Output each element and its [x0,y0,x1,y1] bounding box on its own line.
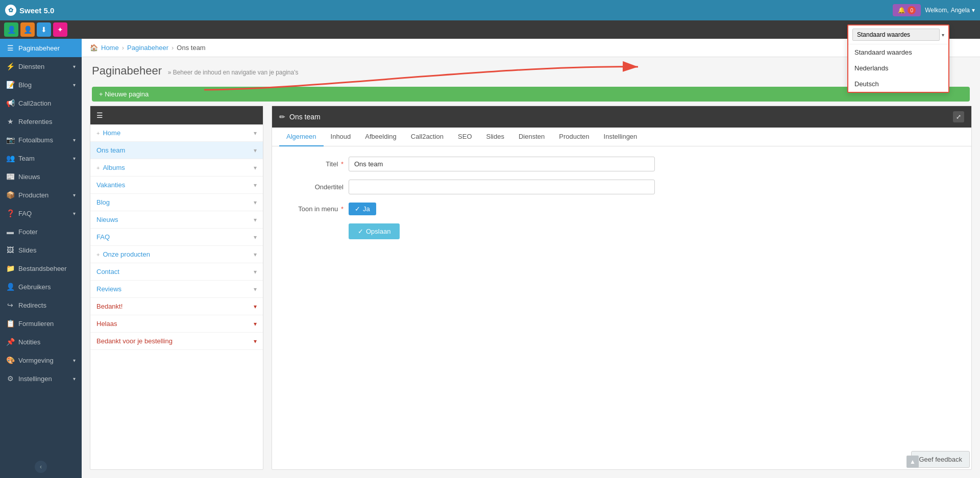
home-icon: 🏠 [90,44,98,52]
lang-option-de-item[interactable]: Deutsch [848,76,948,92]
page-header: Paginabeheer » Beheer de inhoud en navig… [82,57,980,83]
tab-seo[interactable]: SEO [451,128,479,146]
blog-arrow-icon: ▾ [73,82,76,88]
share-icon-btn[interactable]: ✦ [53,22,67,37]
titel-input[interactable] [349,157,655,171]
tab-algemeen[interactable]: Algemeen [279,128,324,146]
tree-item-home[interactable]: + Home ▾ [90,124,263,142]
team-icon: 👥 [6,154,14,162]
user-dropdown-icon: ▾ [972,7,975,14]
tree-item-faq[interactable]: FAQ ▾ [90,229,263,246]
sidebar-label-call2action: Call2action [18,99,76,107]
topbar-left: ✿ Sweet 5.0 [5,5,54,16]
lang-de-label: Deutsch [854,80,879,88]
sidebar-item-call2action[interactable]: 📢 Call2action [0,94,82,112]
toon-in-menu-label: Toon in menu * [282,205,344,213]
sidebar-item-nieuws[interactable]: 📰 Nieuws [0,167,82,186]
sidebar-item-footer[interactable]: ▬ Footer [0,222,82,241]
hamburger-icon: ☰ [96,111,103,119]
producten-icon: 📦 [6,191,14,199]
sidebar-item-diensten[interactable]: ⚡ Diensten ▾ [0,57,82,76]
lang-select-row: Standaard waardes Nederlands Deutsch ▾ [848,26,948,44]
sidebar: ☰ Paginabeheer ⚡ Diensten ▾ 📝 Blog ▾ 📢 C… [0,39,82,478]
tab-producten[interactable]: Producten [552,128,596,146]
tree-item-bedankt[interactable]: Bedankt! ▾ [90,298,263,315]
sidebar-item-gebruikers[interactable]: 👤 Gebruikers [0,278,82,296]
vormgeving-icon: 🎨 [6,356,14,364]
albums-tree-label: Albums [103,164,125,171]
sidebar-item-bestandsbeheer[interactable]: 📁 Bestandsbeheer [0,259,82,278]
opslaan-button[interactable]: ✓ Opslaan [349,223,400,239]
breadcrumb-paginabeheer[interactable]: Paginabeheer [127,44,168,52]
sidebar-item-producten[interactable]: 📦 Producten ▾ [0,186,82,204]
tab-slides[interactable]: Slides [479,128,511,146]
sidebar-item-fotoalbums[interactable]: 📷 Fotoalbums ▾ [0,131,82,149]
tree-item-bedankt-bestelling[interactable]: Bedankt voor je bestelling ▾ [90,333,263,350]
panel-expand-button[interactable]: ⤢ [953,111,964,122]
blog-tree-arrow: ▾ [254,199,257,206]
tree-item-contact[interactable]: Contact ▾ [90,263,263,281]
scroll-top-button[interactable]: ▲ [906,456,919,468]
ondertitel-input[interactable] [349,180,655,194]
form-panel: ✏ Ons team ⤢ Algemeen Inhoud [272,106,972,470]
tab-call2action[interactable]: Call2action [404,128,451,146]
sidebar-item-faq[interactable]: ❓ FAQ ▾ [0,204,82,222]
helaas-tree-label: Helaas [96,320,117,328]
tab-instellingen[interactable]: Instellingen [597,128,645,146]
tab-afbeelding[interactable]: Afbeelding [358,128,403,146]
reviews-tree-arrow: ▾ [254,286,257,293]
sidebar-item-team[interactable]: 👥 Team ▾ [0,149,82,167]
tab-diensten-label: Diensten [519,133,545,140]
sidebar-item-formulieren[interactable]: 📋 Formulieren [0,314,82,333]
feedback-button[interactable]: Geef feedback [911,451,970,468]
notification-button[interactable]: 🔔 0 [893,4,921,16]
ondertitel-row: Ondertitel [282,180,961,194]
contact-tree-label: Contact [96,268,119,275]
onze-producten-tree-arrow: ▾ [254,251,257,258]
save-check-icon: ✓ [358,228,363,235]
new-page-button[interactable]: + Nieuwe pagina [92,87,970,102]
breadcrumb-home[interactable]: Home [101,44,119,52]
redirects-icon: ↪ [6,301,14,309]
sidebar-label-vormgeving: Vormgeving [18,357,69,364]
person-icon-btn[interactable]: 👤 [4,22,18,37]
sidebar-item-instellingen[interactable]: ⚙ Instellingen ▾ [0,369,82,388]
tree-item-albums[interactable]: + Albums ▾ [90,159,263,177]
sidebar-item-blog[interactable]: 📝 Blog ▾ [0,76,82,94]
producten-arrow-icon: ▾ [73,192,76,198]
diensten-icon: ⚡ [6,62,14,70]
sidebar-item-slides[interactable]: 🖼 Slides [0,241,82,259]
sidebar-label-formulieren: Formulieren [18,320,76,328]
download-icon-btn[interactable]: ⬇ [37,22,51,37]
titel-required-mark: * [341,160,344,168]
tree-item-helaas[interactable]: Helaas ▾ [90,315,263,333]
sidebar-item-paginabeheer[interactable]: ☰ Paginabeheer [0,39,82,57]
tree-item-home-label: Home [103,129,120,137]
user-menu-button[interactable]: Welkom, Angela ▾ [925,7,975,14]
sidebar-item-notities[interactable]: 📌 Notities [0,333,82,351]
person2-icon-btn[interactable]: 👤 [20,22,35,37]
app-logo: ✿ Sweet 5.0 [5,5,54,16]
bedankt-bestelling-tree-label: Bedankt voor je bestelling [96,337,173,345]
sidebar-label-bestandsbeheer: Bestandsbeheer [18,265,76,272]
sidebar-item-redirects[interactable]: ↪ Redirects [0,296,82,314]
checkbox-check-icon: ✓ [355,205,360,213]
lang-option-nl-item[interactable]: Nederlands [848,60,948,76]
sidebar-item-vormgeving[interactable]: 🎨 Vormgeving ▾ [0,351,82,369]
sidebar-collapse-button[interactable]: ‹ [35,461,47,473]
bedankt-tree-arrow: ▾ [254,303,257,310]
diensten-arrow-icon: ▾ [73,64,76,69]
tree-item-onze-producten[interactable]: + Onze producten ▾ [90,246,263,263]
tree-item-ons-team[interactable]: Ons team ▾ [90,142,263,159]
language-select[interactable]: Standaard waardes Nederlands Deutsch [852,29,940,41]
tab-diensten[interactable]: Diensten [511,128,552,146]
tree-item-reviews[interactable]: Reviews ▾ [90,281,263,298]
tree-item-nieuws[interactable]: Nieuws ▾ [90,211,263,229]
sidebar-item-referenties[interactable]: ★ Referenties [0,112,82,131]
bell-icon: 🔔 [898,7,905,14]
tree-item-blog[interactable]: Blog ▾ [90,194,263,211]
tree-item-vakanties[interactable]: Vakanties ▾ [90,177,263,194]
lang-option-standaard-item[interactable]: Standaard waardes [848,44,948,60]
toon-in-menu-button[interactable]: ✓ Ja [349,203,376,215]
tab-inhoud[interactable]: Inhoud [324,128,358,146]
